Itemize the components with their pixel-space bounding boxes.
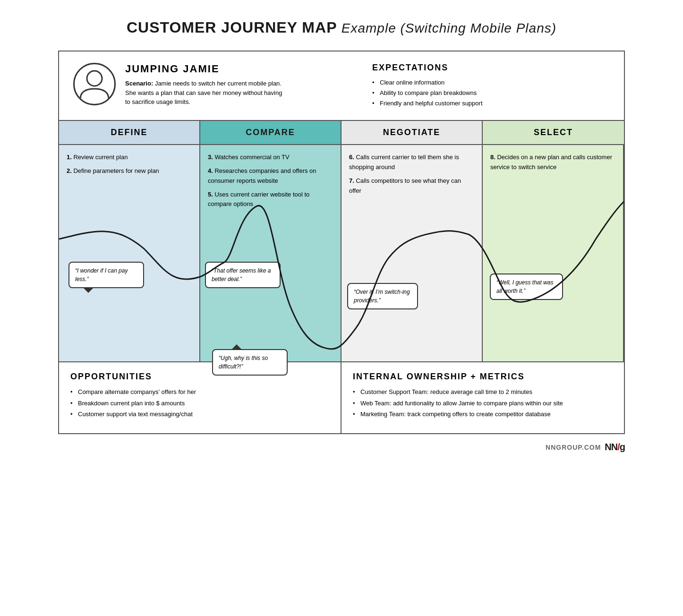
step-2-num: 2. [67, 167, 72, 174]
bubble-compare-low-text: “Ugh, why is this so difficult?!” [219, 355, 268, 370]
bottom-row: OPPORTUNITIES Compare alternate companys… [59, 362, 624, 433]
step-5-text: Uses current carrier website tool to com… [208, 191, 309, 208]
footer-logo-g: g [620, 442, 625, 452]
bubble-define: “I wonder if I can pay less.” [68, 262, 144, 288]
step-7-num: 7. [349, 177, 354, 184]
bubble-negotiate: “Over it. I’m switch-ing providers.” [347, 283, 418, 309]
bubble-compare-low: “Ugh, why is this so difficult?!” [212, 349, 288, 376]
expectations-list: Clear online information Ability to comp… [372, 77, 610, 109]
step-8-text: Decides on a new plan and calls customer… [490, 154, 612, 171]
persona-info: JUMPING JAMIE Scenario: Jamie needs to s… [125, 63, 363, 107]
expectation-2: Ability to compare plan breakdowns [372, 88, 610, 98]
bubble-compare-mid-text: “That offer seems like a better deal.” [212, 267, 271, 282]
footer-logo: NN/g [605, 442, 625, 453]
step-1-text: Review current plan [73, 154, 128, 161]
bubble-select-text: “Well, I guess that was all worth it.” [496, 279, 554, 294]
step-8: 8. Decides on a new plan and calls custo… [490, 153, 615, 172]
footer-logo-nn: NN [605, 442, 617, 452]
step-8-num: 8. [490, 154, 495, 161]
expectations-title: EXPECTATIONS [372, 63, 610, 73]
page-title: CUSTOMER JOURNEY MAP Example (Switching … [28, 19, 655, 36]
internal-1: Customer Support Team: reduce average ca… [353, 386, 613, 397]
step-6: 6. Calls current carrier to tell them sh… [349, 153, 474, 172]
opportunities-title: OPPORTUNITIES [70, 372, 329, 382]
journey-area: 1. Review current plan 2. Define paramet… [59, 145, 624, 362]
phases-header: DEFINE COMPARE NEGOTIATE SELECT [59, 121, 624, 145]
step-5-num: 5. [208, 191, 213, 198]
cell-compare: 3. Watches commercial on TV 4. Researche… [200, 145, 342, 361]
phase-label-select: SELECT [534, 128, 573, 137]
expectations-section: EXPECTATIONS Clear online information Ab… [372, 63, 610, 109]
internal-2: Web Team: add funtionality to allow Jami… [353, 398, 613, 409]
internal-title: INTERNAL OWNERSHIP + METRICS [353, 372, 613, 382]
footer-site: NNGROUP.COM [546, 444, 601, 451]
step-4: 4. Researches companies and offers on co… [208, 166, 333, 186]
opportunity-1: Compare alternate companys’ offers for h… [70, 386, 329, 397]
cell-define: 1. Review current plan 2. Define paramet… [59, 145, 200, 361]
phase-header-define: DEFINE [59, 121, 200, 144]
phase-header-negotiate: NEGOTIATE [342, 121, 483, 144]
step-1-num: 1. [67, 154, 72, 161]
step-6-text: Calls current carrier to tell them she i… [349, 154, 459, 171]
step-7: 7. Calls competitors to see what they ca… [349, 176, 474, 196]
internal-3: Marketing Team: track competing offers t… [353, 409, 613, 419]
step-6-num: 6. [349, 154, 354, 161]
persona-scenario: Scenario: Jamie needs to switch her curr… [125, 79, 286, 107]
journey-map-container: JUMPING JAMIE Scenario: Jamie needs to s… [58, 51, 625, 434]
phase-label-define: DEFINE [111, 128, 147, 137]
svg-point-0 [87, 71, 102, 86]
phase-label-compare: COMPARE [246, 128, 295, 137]
step-4-num: 4. [208, 167, 213, 174]
step-3-text: Watches commercial on TV [214, 154, 289, 161]
bubble-compare-mid: “That offer seems like a better deal.” [205, 262, 281, 288]
opportunity-3: Customer support via text messaging/chat [70, 409, 329, 419]
footer: NNGROUP.COM NN/g [58, 442, 625, 453]
phase-header-compare: COMPARE [200, 121, 342, 144]
bubble-define-text: “I wonder if I can pay less.” [75, 267, 128, 282]
cell-negotiate: 6. Calls current carrier to tell them sh… [342, 145, 483, 361]
phase-label-negotiate: NEGOTIATE [383, 128, 441, 137]
expectation-1: Clear online information [372, 77, 610, 88]
persona-row: JUMPING JAMIE Scenario: Jamie needs to s… [59, 51, 624, 121]
opportunities-cell: OPPORTUNITIES Compare alternate companys… [59, 362, 342, 433]
cell-select: 8. Decides on a new plan and calls custo… [483, 145, 624, 361]
step-3-num: 3. [208, 154, 213, 161]
step-4-text: Researches companies and offers on consu… [208, 167, 316, 184]
phase-header-select: SELECT [483, 121, 624, 144]
bubble-select: “Well, I guess that was all worth it.” [490, 274, 563, 300]
internal-cell: INTERNAL OWNERSHIP + METRICS Customer Su… [342, 362, 624, 433]
opportunity-2: Breakdown current plan into $ amounts [70, 398, 329, 409]
step-3: 3. Watches commercial on TV [208, 153, 333, 163]
step-1: 1. Review current plan [67, 153, 192, 163]
scenario-label: Scenario: [125, 80, 153, 87]
step-5: 5. Uses current carrier website tool to … [208, 190, 333, 210]
title-bold: CUSTOMER JOURNEY MAP [127, 19, 342, 36]
title-italic: Example (Switching Mobile Plans) [342, 21, 556, 35]
bubble-negotiate-text: “Over it. I’m switch-ing providers.” [354, 289, 410, 304]
avatar [73, 63, 116, 105]
opportunities-list: Compare alternate companys’ offers for h… [70, 386, 329, 419]
expectation-3: Friendly and helpful customer support [372, 98, 610, 109]
internal-list: Customer Support Team: reduce average ca… [353, 386, 613, 419]
persona-name: JUMPING JAMIE [125, 63, 363, 75]
step-7-text: Calls competitors to see what they can o… [349, 177, 461, 194]
step-2-text: Define parameters for new plan [73, 167, 159, 174]
step-2: 2. Define parameters for new plan [67, 166, 192, 176]
